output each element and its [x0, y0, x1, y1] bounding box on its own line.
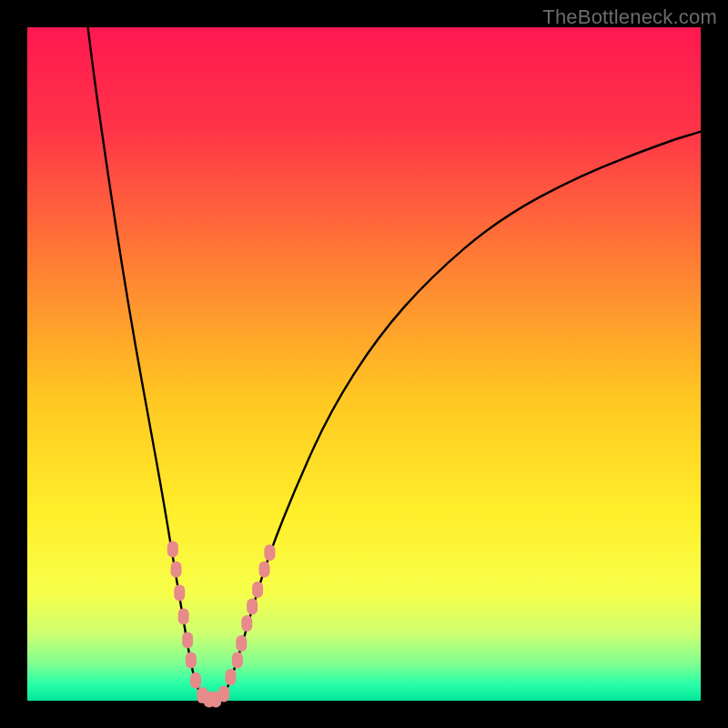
highlight-marker	[258, 561, 269, 578]
highlight-marker	[232, 652, 243, 669]
highlight-marker	[241, 615, 252, 632]
highlight-marker	[218, 686, 229, 703]
highlight-marker	[236, 635, 247, 652]
highlight-marker	[167, 541, 178, 558]
highlight-marker	[190, 672, 201, 689]
highlight-marker	[225, 669, 236, 685]
highlight-marker	[264, 544, 275, 561]
highlight-marker	[178, 609, 189, 625]
highlight-marker	[174, 585, 185, 602]
highlight-marker	[252, 581, 263, 598]
plot-background	[27, 27, 701, 701]
highlight-marker	[171, 561, 182, 578]
highlight-marker	[247, 598, 258, 614]
highlight-marker	[182, 632, 193, 648]
highlight-marker	[186, 652, 197, 669]
chart-svg	[0, 0, 728, 728]
chart-container: TheBottleneck.com	[0, 0, 728, 728]
